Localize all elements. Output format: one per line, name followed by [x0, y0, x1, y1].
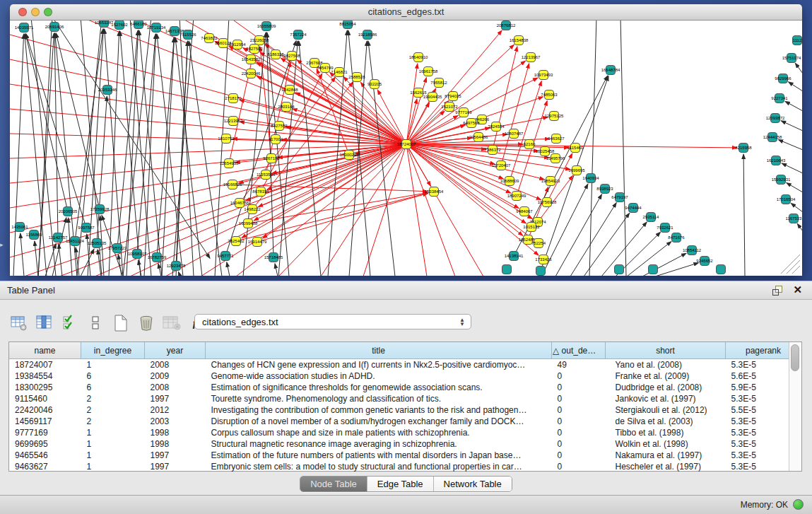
table-row[interactable]: 2242004622012Investigating the contribut… [9, 404, 801, 416]
new-document-icon[interactable] [110, 313, 131, 334]
table-row[interactable]: 977716911998Corpus callosum shape and si… [9, 427, 801, 438]
graph-node[interactable]: 2935114 [643, 213, 660, 222]
network-graph[interactable]: 1403557120691406106532871527602646616010… [10, 21, 802, 276]
table-scrollbar-thumb[interactable] [791, 344, 799, 371]
table-row[interactable]: 946362711997Embryonic stem cells: a mode… [9, 461, 801, 472]
network-canvas[interactable]: 1403557120691406106532871527602646616010… [10, 21, 802, 276]
graph-node[interactable]: 6479197 [611, 193, 628, 202]
table-row[interactable]: 946554611997Estimation of the future num… [9, 450, 801, 461]
graph-node[interactable]: 8471676 [668, 233, 685, 243]
graph-node[interactable]: 2588528 [348, 73, 365, 82]
graph-node[interactable]: 9245652 [696, 257, 713, 266]
graph-node[interactable]: 10807487 [505, 129, 524, 139]
graph-node[interactable]: 8815054 [339, 21, 356, 29]
column-header-short[interactable]: short [606, 342, 726, 359]
table-select-dropdown[interactable]: citations_edges.txt ▲▼ [194, 314, 471, 329]
graph-node[interactable]: 19218586 [358, 30, 377, 40]
graph-node[interactable]: 8678334 [252, 187, 269, 197]
network-window-titlebar[interactable]: citations_edges.txt [10, 4, 802, 21]
graph-node[interactable]: 20564486 [469, 133, 488, 142]
show-column-icon[interactable] [34, 313, 55, 334]
graph-node[interactable]: 16961758 [419, 67, 438, 76]
graph-node[interactable]: 19854923 [541, 177, 560, 186]
graph-node[interactable]: 15720407 [492, 161, 511, 170]
column-header-title[interactable]: title [206, 342, 552, 359]
graph-node[interactable]: 9097587 [78, 223, 95, 233]
graph-node[interactable]: 1810752 [218, 134, 235, 144]
delete-icon[interactable] [136, 313, 157, 334]
graph-node[interactable]: 417004 [269, 135, 283, 144]
panel-collapse-icon[interactable]: ▸ [0, 240, 6, 249]
graph-node[interactable]: 1640934 [582, 174, 599, 183]
graph-node[interactable]: 8938923 [596, 185, 613, 194]
table-row[interactable]: 969969511998Structural magnetic resonanc… [9, 438, 801, 450]
graph-node[interactable]: 10958107 [128, 250, 147, 259]
graph-node[interactable]: 20353346 [98, 86, 117, 95]
graph-node[interactable]: 12213967 [522, 53, 541, 62]
graph-node[interactable]: 20206505 [59, 207, 78, 216]
graph-node[interactable]: 17359928 [90, 205, 110, 214]
graph-node[interactable]: 1527602 [111, 21, 128, 30]
graph-node[interactable] [649, 265, 658, 274]
table-row[interactable]: 911546021997Tourette syndrome. Phenomeno… [9, 393, 801, 404]
graph-node[interactable]: 20691406 [45, 23, 64, 32]
table-mode-icon[interactable] [8, 313, 30, 334]
graph-node[interactable]: 1112 [793, 36, 802, 45]
graph-node[interactable]: 8427552 [271, 122, 288, 131]
tab-node-table[interactable]: Node Table [300, 477, 367, 491]
graph-node[interactable]: 16154838 [510, 36, 529, 45]
graph-node[interactable] [502, 265, 512, 274]
graph-node[interactable]: 6794025 [445, 92, 461, 101]
table-row[interactable]: 1872400712008Changes of HCN gene express… [9, 359, 801, 371]
close-panel-icon[interactable]: ✕ [793, 284, 802, 296]
graph-node[interactable]: 16914479 [248, 238, 267, 247]
graph-node[interactable]: 9115460 [567, 144, 584, 153]
select-rows-icon[interactable] [59, 313, 81, 334]
graph-node[interactable]: 3824554 [488, 122, 505, 132]
graph-node[interactable]: 15751074 [782, 54, 801, 63]
memory-status-icon[interactable] [793, 499, 804, 510]
graph-node[interactable]: 17016504 [777, 195, 796, 204]
graph-node[interactable]: 932205 [367, 80, 382, 89]
table-row[interactable]: 1830029562008Estimation of significance … [9, 382, 801, 393]
graph-node[interactable]: 14138141 [505, 252, 524, 261]
graph-node[interactable]: 12142757 [49, 233, 68, 243]
graph-node[interactable]: 18640910 [409, 53, 428, 62]
graph-node[interactable] [615, 265, 624, 274]
graph-node[interactable]: 15992931 [772, 175, 791, 185]
graph-node[interactable]: 12975125 [545, 112, 564, 121]
table-row[interactable]: 1456911722003Disruption of a novel membe… [9, 416, 801, 427]
graph-node[interactable] [536, 267, 546, 276]
graph-node[interactable]: 1167533 [786, 214, 802, 223]
graph-node[interactable]: 6466160 [130, 21, 147, 29]
graph-node[interactable]: 9267190 [263, 154, 280, 163]
graph-node[interactable]: 16055809 [257, 22, 276, 31]
float-panel-icon[interactable] [772, 286, 782, 295]
table-row[interactable]: 1938455462009Genome-wide association stu… [9, 370, 801, 382]
column-header-name[interactable]: name [9, 342, 81, 359]
graph-node[interactable]: 7357224 [290, 30, 307, 40]
graph-node[interactable]: 14035571 [15, 23, 34, 33]
graph-node[interactable]: 7955812 [430, 78, 447, 88]
graph-node[interactable] [717, 265, 726, 274]
graph-node[interactable]: 9474444 [625, 204, 642, 213]
column-header-in_degree[interactable]: in_degree [81, 342, 145, 359]
column-header-year[interactable]: year [145, 342, 206, 359]
tab-edge-table[interactable]: Edge Table [367, 477, 433, 491]
column-header-out_degree[interactable]: △ out_de… [552, 342, 606, 359]
graph-node[interactable]: 12654955 [220, 159, 239, 168]
graph-node[interactable]: 62160 [524, 140, 536, 149]
graph-node[interactable]: 7932621 [657, 223, 673, 233]
table-scrollbar[interactable] [789, 342, 801, 471]
graph-node[interactable]: 1435061 [11, 223, 28, 232]
graph-node[interactable]: 1498222 [244, 205, 261, 214]
graph-node[interactable]: 12923478 [167, 262, 186, 271]
tab-network-table[interactable]: Network Table [433, 477, 512, 491]
graph-node[interactable]: 12213963 [224, 117, 243, 126]
graph-node[interactable]: 11451124 [66, 237, 84, 246]
row-height-icon[interactable] [85, 313, 106, 334]
graph-node[interactable]: 20876812 [497, 21, 516, 30]
graph-node[interactable]: 9699695 [568, 166, 585, 175]
graph-node[interactable]: 9829966 [775, 74, 792, 83]
graph-node[interactable]: 8186328 [267, 50, 284, 59]
